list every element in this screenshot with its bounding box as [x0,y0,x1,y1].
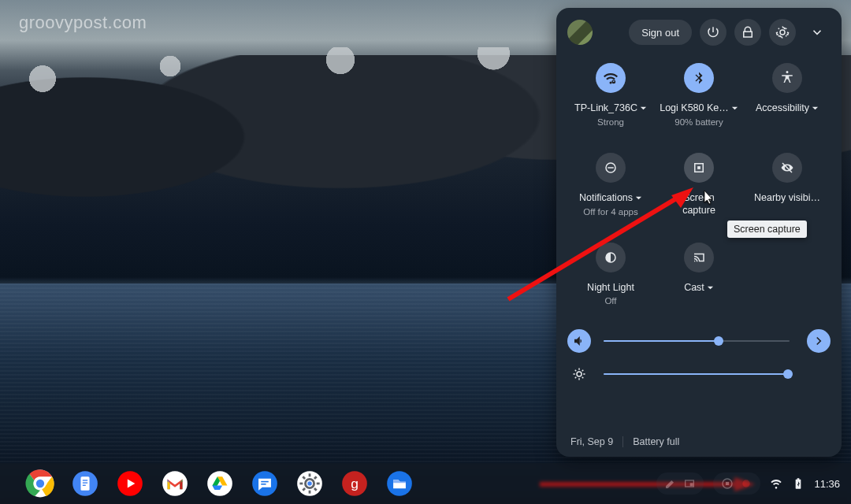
svg-point-5 [577,372,582,376]
settings-button[interactable] [769,19,796,46]
pen-icon [664,477,677,490]
lock-button[interactable] [734,19,761,46]
footer-divider [622,436,623,447]
app-youtube[interactable] [115,469,145,498]
accessibility-icon [780,71,794,85]
record-icon [740,477,753,490]
brightness-row [567,358,831,391]
footer-date: Fri, Sep 9 [570,436,613,447]
app-messages[interactable] [250,469,280,498]
tile-bluetooth[interactable]: Logi K580 Ke… 90% battery [656,57,742,142]
collapse-button[interactable] [804,19,831,46]
docs-icon [70,469,100,498]
tile-empty [744,236,831,321]
app-gmail[interactable] [160,469,190,498]
tile-wifi-sub: Strong [597,117,624,127]
app-chrome[interactable] [25,469,55,498]
youtube-icon [115,469,145,498]
volume-slider[interactable] [604,340,790,342]
tile-cast-label: Cast [684,282,714,294]
tile-bluetooth-label: Logi K580 Ke… [660,102,738,114]
svg-text:g: g [351,476,359,491]
stop-icon [721,477,734,490]
shelf: g 11:36 [0,463,851,504]
quick-settings-panel: Sign out TP-Link_736C Strong Logi K580 K… [556,8,842,457]
svg-rect-3 [697,166,700,169]
tray-wifi-icon [770,477,782,490]
lock-icon [741,25,755,39]
app-docs[interactable] [70,469,100,498]
svg-line-32 [314,488,317,491]
tile-notifications-sub: Off for 4 apps [583,207,637,217]
svg-rect-24 [261,484,266,485]
svg-rect-40 [690,483,693,486]
chevron-down-icon [707,283,714,294]
tray-pen-pin[interactable] [656,472,704,495]
screen-capture-icon [692,161,706,175]
tile-nearby-label: Nearby visibi… [754,192,820,203]
tile-nearby-visibility[interactable]: Nearby visibi… [744,146,831,232]
chevron-right-icon [812,334,826,348]
gmail-icon [160,469,190,498]
drive-icon [205,469,235,498]
tile-notifications-label: Notifications [579,192,642,204]
night-light-icon [604,250,618,265]
sign-out-button[interactable]: Sign out [629,20,692,45]
tile-screen-capture-label2: capture [682,205,715,216]
svg-rect-42 [726,482,729,485]
cast-icon [692,250,706,265]
tile-notifications[interactable]: Notifications Off for 4 apps [567,146,654,232]
tile-screen-capture-label1: Screen [683,192,715,203]
tile-wifi-label: TP-Link_736C [574,102,647,114]
letter-g-icon: g [340,469,370,498]
sliders-section [567,324,831,391]
tile-screen-capture[interactable]: Screen capture [656,146,742,232]
messages-icon [250,469,280,498]
pin-window-icon [683,477,696,490]
tray-battery-icon [792,477,805,490]
tile-wifi[interactable]: TP-Link_736C Strong [567,57,654,142]
svg-rect-16 [83,480,87,480]
power-button[interactable] [700,19,727,46]
svg-rect-18 [83,485,86,486]
do-not-disturb-icon [604,161,618,175]
svg-line-34 [303,488,305,491]
app-settings[interactable] [295,469,325,498]
tile-accessibility[interactable]: Accessibility [744,57,831,142]
svg-point-35 [307,481,312,486]
tile-night-light[interactable]: Night Light Off [567,236,654,321]
tray-clock: 11:36 [814,478,840,490]
svg-point-43 [743,480,750,487]
tile-accessibility-label: Accessibility [756,102,819,114]
user-avatar[interactable] [567,20,593,45]
tile-night-light-sub: Off [604,296,616,306]
app-files[interactable] [385,469,414,498]
app-drive[interactable] [205,469,235,498]
gear-icon [775,25,790,39]
svg-point-20 [162,471,188,496]
volume-icon [572,334,586,348]
panel-header: Sign out [567,19,831,46]
brightness-icon [572,367,586,381]
tile-cast[interactable]: Cast [656,236,742,321]
quick-tiles-grid: TP-Link_736C Strong Logi K580 Ke… 90% ba… [567,57,831,321]
audio-settings-button[interactable] [807,329,831,353]
chevron-down-icon [640,103,647,114]
chrome-icon [25,469,55,498]
svg-line-31 [303,476,305,479]
svg-rect-15 [80,476,89,490]
settings-icon [295,469,325,498]
app-custom-g[interactable]: g [340,469,370,498]
tray-stop-rec[interactable] [713,472,760,495]
svg-point-21 [207,471,232,496]
panel-footer: Fri, Sep 9 Battery full [567,432,831,449]
footer-battery: Battery full [633,436,679,447]
tile-night-light-label: Night Light [587,282,634,293]
tile-bluetooth-sub: 90% battery [674,117,723,127]
brightness-button[interactable] [567,362,591,386]
wifi-icon [604,71,618,85]
system-tray[interactable]: 11:36 [656,472,840,495]
brightness-slider[interactable] [604,373,790,375]
volume-button[interactable] [567,329,591,353]
bluetooth-icon [692,71,706,85]
